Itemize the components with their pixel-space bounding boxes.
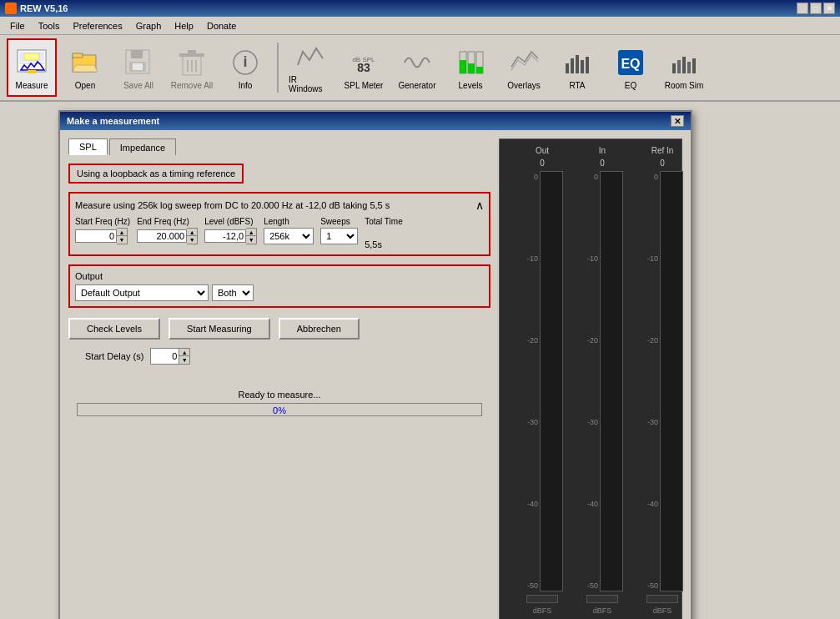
meter-in-track xyxy=(600,171,623,591)
toolbar-separator-1 xyxy=(277,43,279,93)
toolbar-generator-btn[interactable]: Generator xyxy=(392,38,442,97)
dialog-close-btn[interactable]: ✕ xyxy=(671,115,684,127)
app-title: REW V5,16 xyxy=(20,3,68,13)
end-freq-input[interactable] xyxy=(137,229,187,243)
delay-up[interactable]: ▲ xyxy=(179,349,189,356)
svg-rect-23 xyxy=(460,60,466,73)
end-freq-spinners: ▲ ▼ xyxy=(187,228,198,244)
loopback-notice: Using a loopback as a timing reference xyxy=(68,164,244,184)
end-freq-input-wrap: ▲ ▼ xyxy=(137,228,198,244)
toolbar: Measure Open Save All xyxy=(0,35,840,102)
start-measuring-btn[interactable]: Start Measuring xyxy=(169,318,270,340)
main-area: Make a measurement ✕ SPL Impedance Using… xyxy=(0,102,840,619)
svg-rect-35 xyxy=(672,63,676,73)
total-time-value: 5,5s xyxy=(365,228,403,249)
menu-help[interactable]: Help xyxy=(168,19,200,33)
toolbar-rta-label: RTA xyxy=(569,81,585,90)
output-row: Default Output Left Right Both xyxy=(75,284,484,301)
info-icon: i xyxy=(229,46,262,79)
channel-select[interactable]: Left Right Both xyxy=(212,284,254,301)
make-measurement-dialog: Make a measurement ✕ SPL Impedance Using… xyxy=(58,110,692,619)
toolbar-save-all-btn: Save All xyxy=(113,38,163,97)
svg-rect-27 xyxy=(476,67,483,73)
start-freq-up[interactable]: ▲ xyxy=(117,229,127,236)
status-area: Ready to measure... 0% xyxy=(68,390,490,416)
toolbar-spl-meter-btn[interactable]: dB SPL 83 SPL Meter xyxy=(339,38,389,97)
svg-rect-5 xyxy=(28,70,36,73)
svg-text:i: i xyxy=(243,53,247,70)
meter-out-indicator xyxy=(526,595,558,603)
tab-row: SPL Impedance xyxy=(68,138,490,155)
svg-rect-3 xyxy=(24,53,39,60)
menu-bar: File Tools Preferences Graph Help Donate xyxy=(0,17,840,35)
cancel-btn[interactable]: Abbrechen xyxy=(279,318,360,340)
tab-spl[interactable]: SPL xyxy=(68,138,108,155)
remove-all-icon xyxy=(175,46,209,79)
toolbar-measure-btn[interactable]: Measure xyxy=(7,38,57,97)
progress-text: 0% xyxy=(78,404,481,417)
close-btn[interactable]: ✕ xyxy=(823,3,835,14)
sweeps-select[interactable]: 1 2 4 8 xyxy=(320,228,358,244)
toolbar-overlays-btn[interactable]: Overlays xyxy=(499,38,549,97)
level-input[interactable] xyxy=(204,229,246,243)
svg-rect-39 xyxy=(692,58,696,73)
length-select[interactable]: 128k 256k 512k 1M xyxy=(264,228,314,244)
meter-out-value: 0 xyxy=(540,159,545,168)
delay-down[interactable]: ▼ xyxy=(179,356,189,364)
menu-file[interactable]: File xyxy=(3,19,32,33)
title-bar: REW V5,16 _ □ ✕ xyxy=(0,0,840,17)
level-spinners: ▲ ▼ xyxy=(246,228,257,244)
toolbar-ir-windows-btn[interactable]: IR Windows xyxy=(285,38,335,97)
length-label: Length xyxy=(264,217,314,226)
open-icon xyxy=(68,46,102,79)
tab-impedance[interactable]: Impedance xyxy=(109,138,176,155)
toolbar-room-sim-btn[interactable]: Room Sim xyxy=(659,38,709,97)
toolbar-overlays-label: Overlays xyxy=(507,81,540,90)
spl-meter-icon: dB SPL 83 xyxy=(347,46,380,79)
svg-rect-9 xyxy=(131,50,143,58)
start-freq-down[interactable]: ▼ xyxy=(117,236,127,244)
toolbar-open-label: Open xyxy=(75,81,95,90)
toolbar-eq-label: EQ xyxy=(625,81,636,90)
end-freq-up[interactable]: ▲ xyxy=(187,229,197,236)
toolbar-levels-btn[interactable]: Levels xyxy=(445,38,495,97)
output-device-select[interactable]: Default Output xyxy=(75,284,209,301)
maximize-btn[interactable]: □ xyxy=(810,3,822,14)
delay-input[interactable] xyxy=(150,348,179,365)
toolbar-info-btn[interactable]: i Info xyxy=(220,38,270,97)
svg-rect-37 xyxy=(682,57,686,73)
toolbar-generator-label: Generator xyxy=(398,81,435,90)
length-group: Length 128k 256k 512k 1M xyxy=(264,217,314,244)
measure-icon xyxy=(15,46,48,79)
toolbar-rta-btn[interactable]: RTA xyxy=(552,38,602,97)
level-down[interactable]: ▼ xyxy=(246,236,256,244)
start-freq-input[interactable] xyxy=(75,229,117,243)
level-input-wrap: ▲ ▼ xyxy=(204,228,257,244)
svg-rect-28 xyxy=(566,63,569,73)
dialog-body: SPL Impedance Using a loopback as a timi… xyxy=(60,130,691,619)
start-freq-group: Start Freq (Hz) ▲ ▼ xyxy=(75,217,130,244)
end-freq-down[interactable]: ▼ xyxy=(187,236,197,244)
toolbar-eq-btn[interactable]: EQ EQ xyxy=(606,38,656,97)
toolbar-measure-label: Measure xyxy=(16,81,48,90)
dialog-right-panel: Out 0 0 -10 -20 -30 -40 -50 xyxy=(499,138,682,619)
level-label: Level (dBFS) xyxy=(204,217,257,226)
svg-rect-14 xyxy=(188,50,196,53)
toolbar-open-btn[interactable]: Open xyxy=(60,38,110,97)
output-section-label: Output xyxy=(75,271,484,281)
menu-donate[interactable]: Donate xyxy=(200,19,243,33)
level-up[interactable]: ▲ xyxy=(246,229,256,236)
progress-bar: 0% xyxy=(77,403,482,416)
toolbar-ir-windows-label: IR Windows xyxy=(289,75,332,93)
collapse-btn[interactable]: ∧ xyxy=(475,199,484,212)
meter-out-dbfs: dBFS xyxy=(533,606,552,615)
generator-icon xyxy=(400,46,434,79)
menu-graph[interactable]: Graph xyxy=(129,19,169,33)
menu-tools[interactable]: Tools xyxy=(32,19,67,33)
menu-preferences[interactable]: Preferences xyxy=(66,19,128,33)
minimize-btn[interactable]: _ xyxy=(797,3,808,14)
delay-spinners: ▲ ▼ xyxy=(179,348,190,365)
check-levels-btn[interactable]: Check Levels xyxy=(68,318,160,340)
start-freq-input-wrap: ▲ ▼ xyxy=(75,228,130,244)
save-all-icon xyxy=(122,46,155,79)
